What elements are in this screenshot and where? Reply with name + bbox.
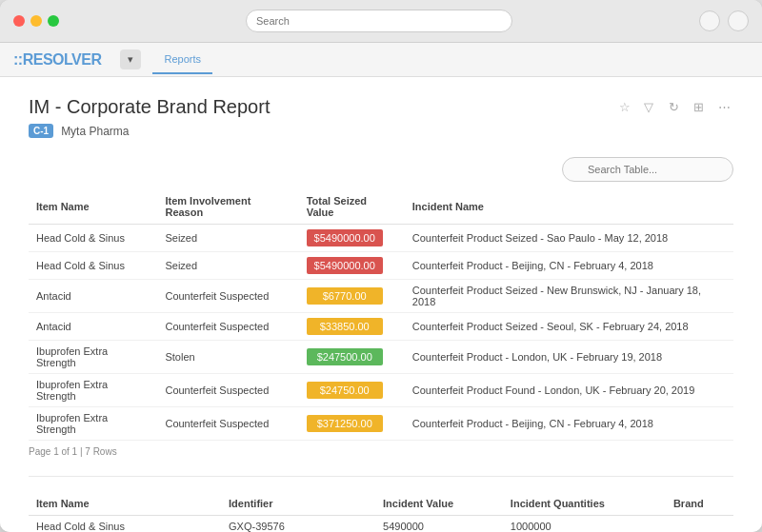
table-row: Ibuprofen Extra Strength Counterfeit Sus…: [29, 374, 733, 407]
star-icon[interactable]: ☆: [619, 100, 634, 115]
col2-incident-qty: Incident Quantities: [503, 492, 666, 516]
cell-item-name: Head Cold & Sinus: [29, 252, 157, 280]
col2-identifier: Identifier: [221, 492, 375, 516]
cell-involvement: Counterfeit Suspected: [157, 313, 298, 341]
table-row: Head Cold & Sinus GXQ-39576 5490000 1000…: [29, 516, 733, 533]
table-row: Ibuprofen Extra Strength Counterfeit Sus…: [29, 407, 733, 441]
tab-reports-label: Reports: [164, 53, 201, 65]
col-total-value: Total Seized Value: [299, 189, 405, 225]
nav-dropdown-label: ▾: [128, 53, 133, 66]
cell-item-name: Antacid: [29, 313, 157, 341]
nav-dropdown[interactable]: ▾: [120, 49, 141, 69]
minimize-button[interactable]: [30, 15, 42, 27]
col-incident-name: Incident Name: [405, 189, 733, 225]
table1-search-input[interactable]: [562, 157, 733, 182]
cell-item-name: Ibuprofen Extra Strength: [29, 374, 157, 407]
table-row: Head Cold & Sinus Seized $5490000.00 Cou…: [29, 252, 733, 280]
cell-total-value: $24750.00: [299, 374, 405, 407]
cell-incident-value: 5490000: [375, 516, 503, 533]
cell-identifier: GXQ-39576: [221, 516, 375, 533]
maximize-button[interactable]: [48, 15, 59, 27]
table-row: Head Cold & Sinus Seized $5490000.00 Cou…: [29, 225, 733, 252]
report-actions: ☆ ▽ ↻ ⊞ ⋯: [619, 100, 733, 115]
cell-brand: [666, 516, 733, 533]
table1-header-row: Item Name Item Involvement Reason Total …: [29, 189, 733, 225]
table2-header-row: Item Name Identifier Incident Value Inci…: [29, 492, 733, 516]
resolver-logo: ::RESOLVER: [13, 51, 101, 69]
col2-incident-value: Incident Value: [375, 492, 503, 516]
app-window: ::RESOLVER ▾ Reports IM - Corporate Bran…: [0, 0, 762, 532]
cell-incident-qty: 1000000: [503, 516, 666, 533]
cell-item-name: Antacid: [29, 280, 157, 313]
nav-bar: ::RESOLVER ▾ Reports: [0, 43, 762, 77]
report-header: IM - Corporate Brand Report C-1 Myta Pha…: [29, 96, 733, 153]
table-row: Ibuprofen Extra Strength Stolen $247500.…: [29, 341, 733, 374]
cell-item-name: Head Cold & Sinus: [29, 516, 221, 533]
cell-incident: Counterfeit Product - Beijing, CN - Febr…: [405, 252, 733, 280]
share-icon[interactable]: ⊞: [693, 100, 709, 115]
global-search-input[interactable]: [246, 10, 512, 32]
table1-search-row: 🔍: [29, 157, 733, 182]
table1: Item Name Item Involvement Reason Total …: [29, 189, 733, 441]
cell-involvement: Stolen: [157, 341, 298, 374]
title-bar: [0, 0, 762, 43]
title-bar-actions: [699, 10, 749, 31]
cell-incident: Counterfeit Product Found - London, UK -…: [405, 374, 733, 407]
col2-brand: Brand: [666, 492, 733, 516]
notifications-button[interactable]: [728, 10, 749, 31]
refresh-icon[interactable]: ↻: [669, 100, 684, 115]
cell-item-name: Ibuprofen Extra Strength: [29, 407, 157, 441]
col-involvement: Item Involvement Reason: [157, 189, 298, 225]
logo-text: :RESOLVER: [18, 51, 102, 68]
report-title-area: IM - Corporate Brand Report C-1 Myta Pha…: [29, 96, 619, 153]
cell-item-name: Head Cold & Sinus: [29, 225, 157, 252]
more-icon[interactable]: ⋯: [718, 100, 733, 115]
cell-total-value: $33850.00: [299, 313, 405, 341]
col-item-name: Item Name: [29, 189, 157, 225]
table1-search-wrapper: 🔍: [562, 157, 733, 182]
cell-incident: Counterfeit Product Seized - Sao Paulo -…: [405, 225, 733, 252]
cell-total-value: $5490000.00: [299, 225, 405, 252]
main-content: IM - Corporate Brand Report C-1 Myta Pha…: [0, 77, 762, 532]
cell-involvement: Counterfeit Suspected: [157, 407, 298, 441]
tab-reports[interactable]: Reports: [152, 46, 212, 74]
cell-involvement: Seized: [157, 252, 298, 280]
filter-icon[interactable]: ▽: [644, 100, 659, 115]
cell-incident: Counterfeit Product - Beijing, CN - Febr…: [405, 407, 733, 441]
table-row: Antacid Counterfeit Suspected $33850.00 …: [29, 313, 733, 341]
cell-item-name: Ibuprofen Extra Strength: [29, 341, 157, 374]
cell-involvement: Counterfeit Suspected: [157, 374, 298, 407]
cell-total-value: $5490000.00: [299, 252, 405, 280]
cell-incident: Counterfeit Product Seized - New Brunswi…: [405, 280, 733, 313]
cell-total-value: $6770.00: [299, 280, 405, 313]
table1-page-info: Page 1 of 1 | 7 Rows: [29, 446, 733, 457]
table2: Item Name Identifier Incident Value Inci…: [29, 492, 733, 532]
subtitle-pharma: Myta Pharma: [61, 125, 129, 138]
page-title: IM - Corporate Brand Report: [29, 96, 619, 118]
cell-involvement: Seized: [157, 225, 298, 252]
badge-c1: C-1: [29, 124, 53, 138]
table-row: Antacid Counterfeit Suspected $6770.00 C…: [29, 280, 733, 313]
user-avatar[interactable]: [699, 10, 720, 31]
cell-total-value: $371250.00: [299, 407, 405, 441]
cell-involvement: Counterfeit Suspected: [157, 280, 298, 313]
section-divider: [29, 476, 733, 477]
close-button[interactable]: [13, 15, 25, 27]
cell-total-value: $247500.00: [299, 341, 405, 374]
subtitle-row: C-1 Myta Pharma: [29, 124, 619, 138]
col2-item-name: Item Name: [29, 492, 221, 516]
cell-incident: Counterfeit Product Seized - Seoul, SK -…: [405, 313, 733, 341]
cell-incident: Counterfeit Product - London, UK - Febru…: [405, 341, 733, 374]
